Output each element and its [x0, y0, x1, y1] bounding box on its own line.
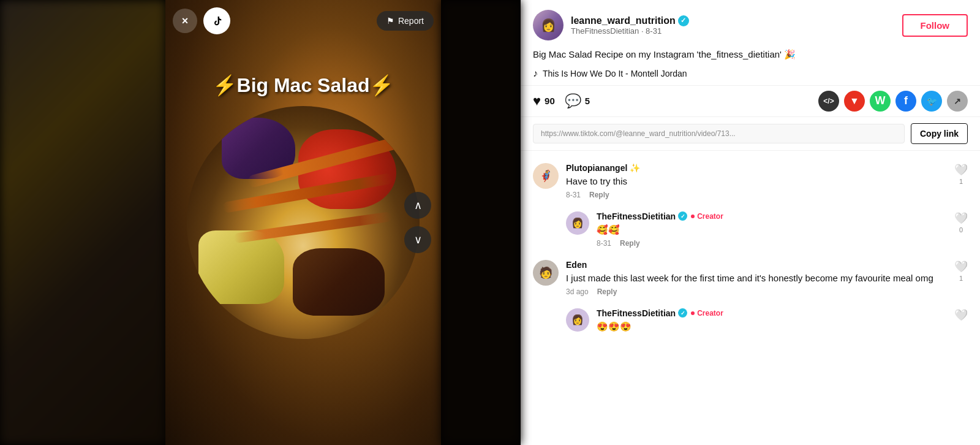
like-count: 1	[959, 178, 963, 185]
link-url: https://www.tiktok.com/@leanne_ward_nutr…	[533, 124, 905, 143]
comment-item: 🧑 Eden I just made this last week for th…	[521, 254, 980, 302]
whatsapp-icon[interactable]: W	[870, 91, 891, 112]
comment-meta: 8-31 Reply	[597, 239, 947, 248]
avatar: 👩	[533, 10, 564, 40]
heart-icon: ♥	[533, 93, 541, 109]
nav-down-button[interactable]: ∨	[404, 226, 431, 253]
like-count: 90	[545, 96, 555, 106]
comment-username: TheFitnessDietitian ✓ Creator	[597, 211, 947, 221]
nav-up-button[interactable]: ∧	[404, 192, 431, 219]
comment-body: TheFitnessDietitian ✓ Creator 😍😍😍	[597, 308, 947, 336]
comments-panel: 👩 leanne_ward_nutrition ✓ TheFitnessDiet…	[521, 0, 980, 445]
chevron-up-icon: ∧	[414, 199, 422, 212]
comment-text: 🥰🥰	[597, 223, 947, 236]
report-label: Report	[398, 16, 424, 26]
dot-separator	[691, 311, 695, 315]
heart-icon: 🤍	[954, 163, 968, 177]
nav-arrows: ∧ ∨	[404, 192, 431, 253]
comment-body: TheFitnessDietitian ✓ Creator 🥰🥰 8-31 Re…	[597, 211, 947, 248]
avatar: 🦸	[533, 163, 559, 189]
comment-username: Eden	[566, 260, 947, 270]
heart-icon: 🤍	[954, 260, 968, 273]
reply-button[interactable]: Reply	[597, 287, 617, 296]
close-button[interactable]: ×	[173, 9, 197, 33]
music-note-icon: ♪	[533, 68, 538, 79]
heart-icon: 🤍	[954, 211, 968, 225]
author-info: 👩 leanne_ward_nutrition ✓ TheFitnessDiet…	[533, 10, 689, 40]
comments-list: 🦸 Plutopianangel ✨ Have to try this 8-31…	[521, 151, 980, 446]
avatar: 👩	[566, 211, 589, 235]
comment-meta: 8-31 Reply	[566, 191, 947, 199]
like-action[interactable]: ♥ 90	[533, 93, 555, 109]
comment-like[interactable]: 🤍	[954, 308, 968, 322]
author-details: leanne_ward_nutrition ✓ TheFitnessDietit…	[571, 15, 689, 36]
music-row: ♪ This Is How We Do It - Montell Jordan	[521, 66, 980, 85]
comment-body: Eden I just made this last week for the …	[566, 260, 947, 296]
reply-button[interactable]: Reply	[589, 191, 609, 199]
comment-count: 5	[585, 96, 590, 106]
avatar: 🧑	[533, 260, 559, 286]
video-description: Big Mac Salad Recipe on my Instagram 'th…	[521, 40, 980, 66]
heart-icon: 🤍	[954, 308, 968, 322]
comment-username: TheFitnessDietitian ✓ Creator	[597, 308, 947, 318]
author-header: 👩 leanne_ward_nutrition ✓ TheFitnessDiet…	[521, 0, 980, 40]
comment-item: 🦸 Plutopianangel ✨ Have to try this 8-31…	[521, 157, 980, 205]
comment-body: Plutopianangel ✨ Have to try this 8-31 R…	[566, 163, 947, 199]
verified-badge: ✓	[678, 15, 689, 26]
comment-time: 8-31	[597, 239, 611, 248]
verified-badge: ✓	[678, 211, 687, 221]
video-panel: × ⚑ Report ⚡Big Mac Salad⚡	[165, 0, 441, 445]
comment-meta: 3d ago Reply	[566, 287, 947, 296]
reply-button[interactable]: Reply	[620, 239, 640, 248]
copy-link-button[interactable]: Copy link	[911, 123, 968, 144]
reply-comment: 👩 TheFitnessDietitian ✓ Creator 😍😍😍 🤍	[521, 302, 980, 342]
comment-like[interactable]: 🤍 0	[954, 211, 968, 234]
comment-text: 😍😍😍	[597, 320, 947, 333]
comment-like[interactable]: 🤍 1	[954, 163, 968, 185]
right-blur-panel	[441, 0, 521, 445]
comment-time: 3d ago	[566, 287, 589, 296]
video-background	[165, 0, 441, 445]
verified-badge: ✓	[678, 308, 687, 318]
music-track: This Is How We Do It - Montell Jordan	[543, 69, 687, 78]
reply-comment: 👩 TheFitnessDietitian ✓ Creator 🥰🥰 8-31 …	[521, 205, 980, 254]
report-button[interactable]: ⚑ Report	[377, 11, 434, 31]
like-count: 1	[959, 275, 963, 282]
like-count: 0	[959, 226, 963, 234]
author-subdisplay: TheFitnessDietitian · 8-31	[571, 26, 689, 36]
comment-time: 8-31	[566, 191, 581, 199]
share-icons: </> ▼ W f 🐦 ↗	[818, 91, 968, 112]
left-blur-panel	[0, 0, 165, 445]
twitter-icon[interactable]: 🐦	[921, 91, 942, 112]
video-topbar: × ⚑ Report	[173, 7, 434, 34]
salad-bowl	[187, 106, 420, 339]
share-icon[interactable]: ↗	[947, 91, 968, 112]
chevron-down-icon: ∨	[414, 233, 422, 246]
comment-username: Plutopianangel ✨	[566, 163, 947, 173]
comment-icon: 💬	[565, 93, 581, 109]
creator-badge: Creator	[697, 212, 723, 221]
video-title: ⚡Big Mac Salad⚡	[213, 74, 394, 97]
actions-left: ♥ 90 💬 5	[533, 93, 590, 109]
comment-text: Have to try this	[566, 175, 947, 188]
follow-button[interactable]: Follow	[902, 14, 968, 37]
facebook-icon[interactable]: f	[895, 91, 916, 112]
dot-separator	[691, 215, 695, 218]
comment-action[interactable]: 💬 5	[565, 93, 590, 109]
author-name: leanne_ward_nutrition ✓	[571, 15, 689, 26]
comment-like[interactable]: 🤍 1	[954, 260, 968, 282]
embed-icon[interactable]: </>	[818, 91, 839, 112]
actions-row: ♥ 90 💬 5 </> ▼ W f 🐦 ↗	[521, 85, 980, 117]
svg-point-0	[209, 13, 225, 29]
downvote-icon[interactable]: ▼	[844, 91, 865, 112]
tiktok-logo	[203, 7, 230, 34]
comment-text: I just made this last week for the first…	[566, 272, 947, 284]
link-row: https://www.tiktok.com/@leanne_ward_nutr…	[521, 117, 980, 151]
avatar: 👩	[566, 308, 589, 332]
creator-badge: Creator	[697, 309, 723, 318]
flag-icon: ⚑	[386, 16, 394, 26]
